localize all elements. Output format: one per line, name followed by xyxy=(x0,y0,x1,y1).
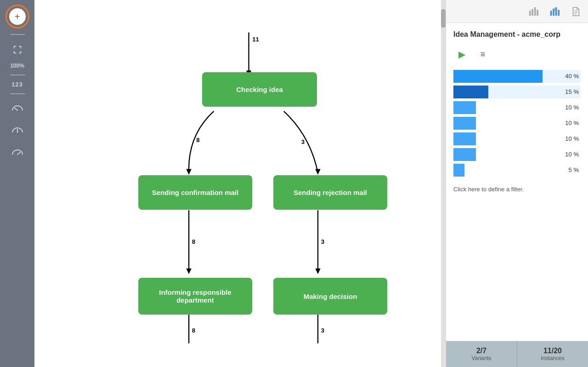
star-chart-icon[interactable] xyxy=(548,5,561,18)
bar-chart: 40 %15 %10 %10 %10 %10 %5 % xyxy=(453,70,581,177)
panel-actions: ▶ ≡ xyxy=(453,46,581,63)
variants-value: 2/7 xyxy=(476,347,486,355)
edge-label-top: 11 xyxy=(252,36,259,43)
svg-marker-7 xyxy=(315,169,320,175)
svg-rect-20 xyxy=(531,9,533,16)
svg-text:3: 3 xyxy=(321,327,324,334)
bar-fill xyxy=(453,132,476,145)
panel-bottom: 2/7 Variants 11/20 Instances xyxy=(446,341,588,367)
bar-row: 10 % xyxy=(453,132,581,145)
svg-line-0 xyxy=(15,108,17,110)
scroll-bar[interactable] xyxy=(441,0,446,367)
list-button[interactable]: ≡ xyxy=(475,46,491,63)
svg-marker-5 xyxy=(186,169,191,175)
bar-percent-label: 10 % xyxy=(565,101,581,114)
svg-text:3: 3 xyxy=(321,238,324,245)
svg-rect-25 xyxy=(555,7,557,15)
add-icon: + xyxy=(9,8,26,25)
bar-percent-label: 40 % xyxy=(565,70,581,83)
variants-label: Variants xyxy=(471,355,491,361)
zoom-label: 100% xyxy=(10,63,24,69)
node-inform-dept[interactable]: Informing responsible department xyxy=(138,278,252,315)
svg-rect-26 xyxy=(558,10,560,16)
node-confirm-mail[interactable]: Sending confirmation mail xyxy=(138,175,252,210)
svg-text:3: 3 xyxy=(301,138,305,145)
bar-fill xyxy=(453,70,543,83)
number-label: 123 xyxy=(11,81,23,88)
svg-line-2 xyxy=(17,152,20,155)
panel-content: Idea Management - acme_corp ▶ ≡ 40 %15 %… xyxy=(446,23,588,341)
svg-rect-22 xyxy=(537,10,538,16)
bar-row: 15 % xyxy=(453,86,581,98)
node-checking-idea[interactable]: Checking idea xyxy=(202,72,317,107)
bar-percent-label: 10 % xyxy=(565,117,581,130)
right-panel: Idea Management - acme_corp ▶ ≡ 40 %15 %… xyxy=(446,0,588,367)
add-button[interactable]: + xyxy=(6,5,29,29)
instances-stat[interactable]: 11/20 Instances xyxy=(517,341,588,367)
toolbar-divider xyxy=(10,34,25,35)
toolbar-divider-3 xyxy=(10,93,25,94)
gauge-button-1[interactable] xyxy=(8,100,27,118)
bar-percent-label: 15 % xyxy=(565,86,581,98)
bar-row: 40 % xyxy=(453,70,581,83)
expand-button[interactable] xyxy=(8,40,27,59)
panel-title: Idea Management - acme_corp xyxy=(453,30,581,39)
svg-text:8: 8 xyxy=(192,327,195,334)
bar-fill xyxy=(453,164,464,177)
svg-marker-13 xyxy=(315,269,320,274)
document-icon[interactable] xyxy=(569,5,582,18)
bar-fill xyxy=(453,86,488,98)
bar-fill xyxy=(453,101,476,114)
node-reject-mail[interactable]: Sending rejection mail xyxy=(273,175,387,210)
canvas-area: 11 8 3 8 3 8 3 Checking idea Sending con… xyxy=(34,0,446,367)
scroll-thumb[interactable] xyxy=(441,9,446,28)
bar-chart-icon[interactable] xyxy=(526,5,540,18)
bar-row: 10 % xyxy=(453,101,581,114)
svg-marker-10 xyxy=(186,269,191,274)
svg-text:8: 8 xyxy=(192,238,195,245)
play-button[interactable]: ▶ xyxy=(453,46,470,63)
bar-row: 10 % xyxy=(453,117,581,130)
variants-stat[interactable]: 2/7 Variants xyxy=(446,341,517,367)
gauge-button-2[interactable] xyxy=(8,122,27,140)
bar-row: 10 % xyxy=(453,148,581,161)
svg-rect-21 xyxy=(534,7,536,15)
toolbar-divider-2 xyxy=(10,75,25,75)
left-toolbar: + 100% 123 xyxy=(0,0,34,367)
instances-value: 11/20 xyxy=(543,347,562,355)
bar-percent-label: 10 % xyxy=(565,132,581,145)
top-icons-bar xyxy=(446,0,588,23)
svg-rect-19 xyxy=(529,11,531,16)
instances-label: Instances xyxy=(541,355,564,361)
bar-percent-label: 10 % xyxy=(565,148,581,161)
bar-fill xyxy=(453,148,476,161)
svg-text:8: 8 xyxy=(196,137,199,143)
bar-row: 5 % xyxy=(453,164,581,177)
filter-text[interactable]: Click here to define a filter. xyxy=(453,186,581,193)
svg-rect-23 xyxy=(550,11,552,16)
gauge-button-3[interactable] xyxy=(8,144,27,162)
bar-fill xyxy=(453,117,476,130)
bar-percent-label: 5 % xyxy=(569,164,581,177)
node-decision[interactable]: Making decision xyxy=(273,278,387,315)
